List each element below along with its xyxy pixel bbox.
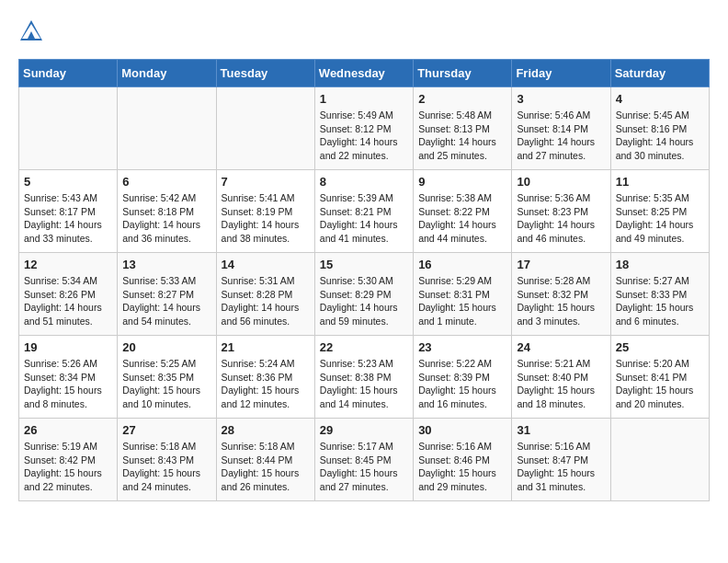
day-cell: 6Sunrise: 5:42 AM Sunset: 8:18 PM Daylig… [118, 170, 216, 253]
day-number: 2 [418, 92, 506, 106]
day-number: 31 [517, 423, 605, 437]
day-info: Sunrise: 5:19 AM Sunset: 8:42 PM Dayligh… [24, 440, 112, 494]
day-number: 28 [222, 423, 310, 437]
day-cell: 27Sunrise: 5:18 AM Sunset: 8:43 PM Dayli… [118, 419, 216, 501]
day-info: Sunrise: 5:49 AM Sunset: 8:12 PM Dayligh… [320, 109, 408, 163]
day-cell: 26Sunrise: 5:19 AM Sunset: 8:42 PM Dayli… [19, 419, 118, 501]
day-info: Sunrise: 5:24 AM Sunset: 8:36 PM Dayligh… [222, 357, 310, 411]
calendar-header: SundayMondayTuesdayWednesdayThursdayFrid… [19, 60, 710, 87]
day-info: Sunrise: 5:25 AM Sunset: 8:35 PM Dayligh… [122, 357, 210, 411]
day-number: 18 [616, 258, 704, 271]
day-cell [118, 87, 216, 170]
header-day-tuesday: Tuesday [216, 60, 314, 87]
day-number: 26 [24, 423, 112, 437]
calendar-body: 1Sunrise: 5:49 AM Sunset: 8:12 PM Daylig… [19, 87, 710, 501]
day-info: Sunrise: 5:42 AM Sunset: 8:18 PM Dayligh… [122, 191, 210, 246]
day-info: Sunrise: 5:18 AM Sunset: 8:44 PM Dayligh… [222, 440, 310, 494]
day-info: Sunrise: 5:27 AM Sunset: 8:33 PM Dayligh… [616, 274, 704, 328]
day-cell: 17Sunrise: 5:28 AM Sunset: 8:32 PM Dayli… [512, 253, 610, 336]
day-cell: 21Sunrise: 5:24 AM Sunset: 8:36 PM Dayli… [216, 336, 314, 419]
day-number: 22 [320, 340, 408, 354]
header-row: SundayMondayTuesdayWednesdayThursdayFrid… [19, 60, 710, 87]
day-info: Sunrise: 5:17 AM Sunset: 8:45 PM Dayligh… [320, 440, 408, 494]
day-cell: 7Sunrise: 5:41 AM Sunset: 8:19 PM Daylig… [216, 170, 314, 253]
day-info: Sunrise: 5:35 AM Sunset: 8:25 PM Dayligh… [616, 191, 704, 246]
calendar-table: SundayMondayTuesdayWednesdayThursdayFrid… [18, 59, 710, 501]
day-number: 7 [222, 175, 310, 189]
header-day-monday: Monday [118, 60, 216, 87]
day-number: 11 [616, 175, 704, 189]
week-row-2: 5Sunrise: 5:43 AM Sunset: 8:17 PM Daylig… [19, 170, 710, 253]
day-cell: 9Sunrise: 5:38 AM Sunset: 8:22 PM Daylig… [414, 170, 512, 253]
logo-icon [18, 18, 44, 44]
day-cell: 24Sunrise: 5:21 AM Sunset: 8:40 PM Dayli… [512, 336, 610, 419]
page-header [18, 18, 710, 44]
day-info: Sunrise: 5:39 AM Sunset: 8:21 PM Dayligh… [320, 191, 408, 246]
day-info: Sunrise: 5:38 AM Sunset: 8:22 PM Dayligh… [418, 191, 506, 246]
day-cell: 28Sunrise: 5:18 AM Sunset: 8:44 PM Dayli… [216, 419, 314, 501]
day-cell: 11Sunrise: 5:35 AM Sunset: 8:25 PM Dayli… [610, 170, 709, 253]
day-number: 1 [320, 92, 408, 106]
header-day-friday: Friday [512, 60, 610, 87]
day-cell: 31Sunrise: 5:16 AM Sunset: 8:47 PM Dayli… [512, 419, 610, 501]
day-info: Sunrise: 5:30 AM Sunset: 8:29 PM Dayligh… [320, 274, 408, 328]
day-number: 20 [122, 340, 210, 354]
day-number: 17 [517, 258, 605, 271]
day-number: 10 [517, 175, 605, 189]
day-number: 4 [616, 92, 704, 106]
day-cell: 15Sunrise: 5:30 AM Sunset: 8:29 PM Dayli… [314, 253, 413, 336]
day-cell: 20Sunrise: 5:25 AM Sunset: 8:35 PM Dayli… [118, 336, 216, 419]
header-day-wednesday: Wednesday [314, 60, 413, 87]
day-cell: 25Sunrise: 5:20 AM Sunset: 8:41 PM Dayli… [610, 336, 709, 419]
day-cell [19, 87, 118, 170]
day-cell: 2Sunrise: 5:48 AM Sunset: 8:13 PM Daylig… [414, 87, 512, 170]
day-number: 8 [320, 175, 408, 189]
day-info: Sunrise: 5:21 AM Sunset: 8:40 PM Dayligh… [517, 357, 605, 411]
day-info: Sunrise: 5:26 AM Sunset: 8:34 PM Dayligh… [24, 357, 112, 411]
day-info: Sunrise: 5:20 AM Sunset: 8:41 PM Dayligh… [616, 357, 704, 411]
day-number: 19 [24, 340, 112, 354]
day-info: Sunrise: 5:43 AM Sunset: 8:17 PM Dayligh… [24, 191, 112, 246]
day-info: Sunrise: 5:28 AM Sunset: 8:32 PM Dayligh… [517, 274, 605, 328]
day-cell [216, 87, 314, 170]
day-info: Sunrise: 5:18 AM Sunset: 8:43 PM Dayligh… [122, 440, 210, 494]
day-info: Sunrise: 5:29 AM Sunset: 8:31 PM Dayligh… [418, 274, 506, 328]
day-number: 27 [122, 423, 210, 437]
day-info: Sunrise: 5:34 AM Sunset: 8:26 PM Dayligh… [24, 274, 112, 328]
week-row-5: 26Sunrise: 5:19 AM Sunset: 8:42 PM Dayli… [19, 419, 710, 501]
logo [18, 18, 48, 44]
day-info: Sunrise: 5:16 AM Sunset: 8:46 PM Dayligh… [418, 440, 506, 494]
day-info: Sunrise: 5:46 AM Sunset: 8:14 PM Dayligh… [517, 109, 605, 163]
day-info: Sunrise: 5:41 AM Sunset: 8:19 PM Dayligh… [222, 191, 310, 246]
week-row-4: 19Sunrise: 5:26 AM Sunset: 8:34 PM Dayli… [19, 336, 710, 419]
day-info: Sunrise: 5:31 AM Sunset: 8:28 PM Dayligh… [222, 274, 310, 328]
day-number: 3 [517, 92, 605, 106]
day-cell: 16Sunrise: 5:29 AM Sunset: 8:31 PM Dayli… [414, 253, 512, 336]
day-info: Sunrise: 5:48 AM Sunset: 8:13 PM Dayligh… [418, 109, 506, 163]
day-number: 21 [222, 340, 310, 354]
day-cell: 8Sunrise: 5:39 AM Sunset: 8:21 PM Daylig… [314, 170, 413, 253]
day-cell: 29Sunrise: 5:17 AM Sunset: 8:45 PM Dayli… [314, 419, 413, 501]
day-number: 13 [122, 258, 210, 271]
day-number: 29 [320, 423, 408, 437]
day-number: 9 [418, 175, 506, 189]
day-info: Sunrise: 5:16 AM Sunset: 8:47 PM Dayligh… [517, 440, 605, 494]
day-number: 14 [222, 258, 310, 271]
day-cell [610, 419, 709, 501]
header-day-saturday: Saturday [610, 60, 709, 87]
day-cell: 18Sunrise: 5:27 AM Sunset: 8:33 PM Dayli… [610, 253, 709, 336]
header-day-thursday: Thursday [414, 60, 512, 87]
day-cell: 22Sunrise: 5:23 AM Sunset: 8:38 PM Dayli… [314, 336, 413, 419]
day-number: 15 [320, 258, 408, 271]
day-cell: 4Sunrise: 5:45 AM Sunset: 8:16 PM Daylig… [610, 87, 709, 170]
day-cell: 10Sunrise: 5:36 AM Sunset: 8:23 PM Dayli… [512, 170, 610, 253]
day-number: 25 [616, 340, 704, 354]
day-number: 16 [418, 258, 506, 271]
day-number: 30 [418, 423, 506, 437]
day-number: 24 [517, 340, 605, 354]
day-cell: 5Sunrise: 5:43 AM Sunset: 8:17 PM Daylig… [19, 170, 118, 253]
day-cell: 23Sunrise: 5:22 AM Sunset: 8:39 PM Dayli… [414, 336, 512, 419]
day-cell: 14Sunrise: 5:31 AM Sunset: 8:28 PM Dayli… [216, 253, 314, 336]
day-cell: 3Sunrise: 5:46 AM Sunset: 8:14 PM Daylig… [512, 87, 610, 170]
day-number: 6 [122, 175, 210, 189]
